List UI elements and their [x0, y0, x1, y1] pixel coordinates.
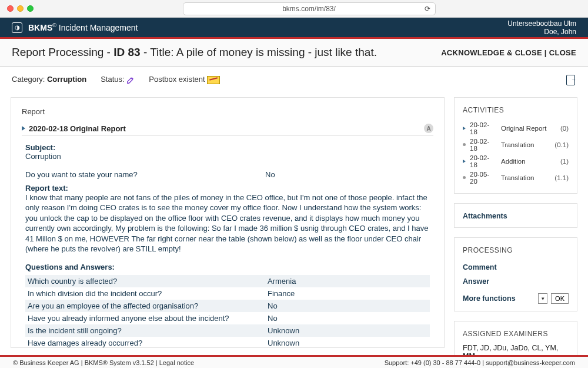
- qa-question: Have damages already occurred?: [28, 339, 268, 347]
- name-question: Do you want to state your name?: [25, 170, 265, 179]
- processing-heading: PROCESSING: [463, 246, 569, 254]
- activity-version: (0): [552, 125, 569, 132]
- qa-answer: No: [268, 301, 427, 310]
- qa-heading: Questions and Answers:: [25, 263, 430, 271]
- activity-play-icon: [463, 127, 466, 130]
- subject-value: Corruption: [25, 152, 430, 161]
- answer-link[interactable]: Answer: [463, 274, 569, 289]
- activity-type: Original Report: [501, 125, 548, 132]
- anonymous-badge: A: [424, 124, 433, 133]
- subject-label: Subject:: [25, 143, 430, 152]
- brand: ◑ BKMS® Incident Management: [12, 22, 138, 33]
- org-name: Unterseebootbau Ulm: [507, 19, 576, 28]
- ok-button[interactable]: OK: [551, 293, 569, 304]
- qa-answer: No: [268, 314, 427, 323]
- activities-panel: ACTIVITIES 20-02-18Original Report(0)20-…: [454, 97, 577, 194]
- qa-answer: Armenia: [268, 277, 427, 286]
- comment-link[interactable]: Comment: [463, 260, 569, 274]
- examiners-heading: ASSIGNED EXAMINERS: [463, 330, 569, 338]
- acknowledge-close-button[interactable]: ACKNOWLEDGE & CLOSE: [441, 48, 542, 57]
- address-bar[interactable]: bkms.com/im/83/ ⟳: [183, 2, 436, 15]
- qa-question: In which division did the incident occur…: [28, 289, 268, 298]
- original-report-accordion[interactable]: 2020-02-18 Original Report A: [22, 122, 433, 136]
- page-title: Report Processing - ID 83 - Title: A pil…: [12, 46, 377, 59]
- activities-heading: ACTIVITIES: [463, 106, 569, 114]
- report-text-body: I know that many people are not fans of …: [25, 193, 430, 254]
- activity-version: (1.1): [552, 174, 569, 181]
- export-icon[interactable]: [566, 75, 575, 85]
- qa-question: Is the incident still ongoing?: [28, 326, 268, 335]
- attachments-panel: Attachments: [454, 203, 577, 228]
- qa-row: Have damages already occurred?Unknown: [25, 337, 430, 348]
- category-value: Corruption: [47, 75, 86, 84]
- qa-answer: Unknown: [268, 326, 427, 335]
- report-panel: Report 2020-02-18 Original Report A Subj…: [11, 97, 445, 348]
- attachments-link[interactable]: Attachments: [463, 212, 569, 220]
- qa-question: Are you an employee of the affected orga…: [28, 301, 268, 310]
- minimize-window-icon[interactable]: [17, 5, 24, 12]
- activity-type: Translation: [501, 141, 548, 148]
- user-info: Unterseebootbau Ulm Doe, John: [507, 19, 576, 36]
- edit-status-icon[interactable]: [126, 76, 135, 84]
- qa-question: Have you already informed anyone else ab…: [28, 314, 268, 323]
- page-titlebar: Report Processing - ID 83 - Title: A pil…: [0, 39, 588, 67]
- activity-version: (0.1): [552, 141, 569, 148]
- window-controls: [7, 5, 34, 12]
- processing-panel: PROCESSING Comment Answer More functions…: [454, 237, 577, 311]
- app-header: ◑ BKMS® Incident Management Unterseeboot…: [0, 18, 588, 39]
- report-section-title: Report: [22, 107, 433, 116]
- qa-row: Are you an employee of the affected orga…: [25, 300, 430, 312]
- report-text-label: Report text:: [25, 184, 430, 193]
- activity-row[interactable]: 20-02-18Original Report(0): [463, 120, 569, 137]
- more-functions-label: More functions: [463, 294, 534, 303]
- activity-row[interactable]: 20-02-18Translation(0.1): [463, 137, 569, 153]
- close-button[interactable]: CLOSE: [549, 48, 576, 57]
- browser-chrome: bkms.com/im/83/ ⟳: [0, 0, 588, 18]
- footer: © Business Keeper AG | BKMS® System v3.1…: [0, 355, 588, 368]
- qa-question: Which country is affected?: [28, 277, 268, 286]
- brand-icon: ◑: [12, 22, 22, 33]
- meta-bar: Category: Corruption Status: Postbox exi…: [0, 67, 588, 89]
- url-text: bkms.com/im/83/: [282, 5, 336, 13]
- activity-date: 20-02-18: [470, 138, 497, 152]
- activity-type: Addition: [501, 158, 548, 165]
- activity-date: 20-02-18: [470, 121, 497, 135]
- user-name: Doe, John: [507, 28, 576, 36]
- activity-date: 20-02-18: [470, 154, 497, 168]
- activity-row[interactable]: 20-02-18Addition(1): [463, 153, 569, 170]
- activity-date: 20-05-20: [470, 171, 497, 185]
- name-answer: No: [265, 170, 430, 179]
- activity-type: Translation: [501, 174, 548, 181]
- activity-row[interactable]: 20-05-20Translation(1.1): [463, 170, 569, 186]
- activity-version: (1): [552, 158, 569, 165]
- qa-table: Which country is affected?ArmeniaIn whic…: [25, 275, 430, 348]
- qa-row: Which country is affected?Armenia: [25, 275, 430, 287]
- activity-play-icon: [463, 160, 466, 163]
- footer-left: © Business Keeper AG | BKMS® System v3.1…: [13, 359, 194, 366]
- close-window-icon[interactable]: [7, 5, 14, 12]
- expand-icon: [22, 126, 25, 131]
- maximize-window-icon[interactable]: [27, 5, 34, 12]
- more-functions-dropdown[interactable]: ▾: [538, 293, 547, 304]
- qa-row: Have you already informed anyone else ab…: [25, 312, 430, 324]
- activity-dot-icon: [463, 143, 466, 146]
- footer-right: Support: +49 (0) 30 - 88 77 444-0 | supp…: [385, 359, 575, 366]
- reload-icon[interactable]: ⟳: [425, 5, 430, 13]
- qa-answer: Unknown: [268, 339, 427, 347]
- brand-name: BKMS: [28, 23, 52, 32]
- qa-row: Is the incident still ongoing?Unknown: [25, 324, 430, 337]
- qa-answer: Finance: [268, 289, 427, 298]
- postbox-icon: [207, 76, 220, 84]
- activity-dot-icon: [463, 176, 466, 179]
- qa-row: In which division did the incident occur…: [25, 287, 430, 300]
